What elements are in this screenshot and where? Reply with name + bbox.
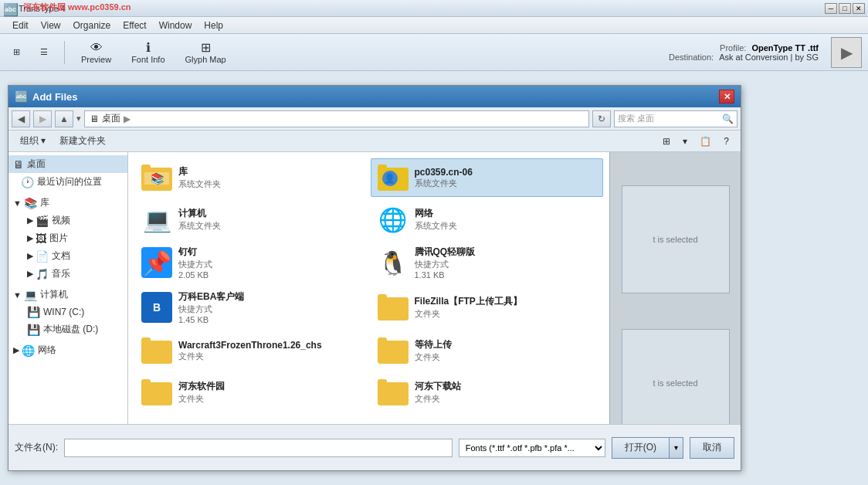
file-item-pc0359[interactable]: 👤 pc0359.cn-06 系统文件夹 (371, 158, 604, 197)
sidebar-item-document[interactable]: ▶ 📄 文档 (8, 247, 127, 265)
add-files-dialog: 🔤 Add Files ✕ ◀ ▶ ▲ ▾ 🖥 桌面 ▶ ↻ 搜索 桌面 🔍 组… (8, 85, 741, 471)
sidebar-item-picture[interactable]: ▶ 🖼 图片 (8, 229, 127, 247)
preview-panel-button[interactable]: ? (718, 134, 734, 149)
desktop-icon: 🖥 (13, 158, 24, 171)
file-item-dingding[interactable]: 📌 钉钉 快捷方式 2.05 KB (134, 242, 368, 283)
menu-window[interactable]: Window (153, 19, 198, 32)
window-controls: ─ □ ✕ (825, 3, 865, 14)
file-info-hedong: 河东软件园 文件夹 (178, 380, 225, 405)
close-button[interactable]: ✕ (853, 3, 865, 14)
up-button[interactable]: ▲ (55, 110, 73, 127)
preview-label: Preview (81, 55, 111, 64)
file-item-waitupload[interactable]: 等待上传 文件夹 (371, 331, 604, 370)
bottom-preview-text: t is selected (653, 378, 697, 388)
open-button[interactable]: 打开(O) (612, 437, 670, 459)
cancel-button[interactable]: 取消 (690, 437, 734, 459)
menu-effect[interactable]: Effect (117, 19, 152, 32)
file-icon-hedong (141, 377, 172, 408)
file-item-hedong[interactable]: 河东软件园 文件夹 (134, 373, 368, 412)
sidebar-item-recent[interactable]: 🕐 最近访问的位置 (8, 173, 127, 191)
fontinfo-label: Font Info (131, 55, 164, 64)
file-icon-network: 🌐 (378, 204, 409, 235)
filename-input[interactable] (64, 439, 453, 457)
file-item-qq[interactable]: 🐧 腾讯QQ轻聊版 快捷方式 1.31 KB (371, 242, 604, 283)
file-item-ku[interactable]: 📚 库 系统文件夹 (134, 158, 368, 197)
sidebar-item-desktop[interactable]: 🖥 桌面 (8, 155, 127, 173)
grid-icon: ⊞ (13, 47, 20, 57)
breadcrumb: 🖥 桌面 ▶ (84, 110, 589, 127)
convert-button[interactable]: ▶ (831, 37, 862, 68)
sidebar-label-library: 库 (40, 196, 49, 209)
file-item-hedongdown[interactable]: 河东下载站 文件夹 (371, 373, 604, 412)
preview-button[interactable]: 👁 Preview (74, 37, 118, 68)
glyphmap-button[interactable]: ⊞ Glyph Map (178, 36, 233, 68)
list-view-button[interactable]: ☰ (33, 43, 55, 61)
file-item-wanke[interactable]: B 万科EBA客户端 快捷方式 1.45 KB (134, 287, 368, 328)
minimize-button[interactable]: ─ (825, 3, 837, 14)
file-icon-warcraft (141, 335, 172, 366)
expand-icon-doc: ▶ (27, 251, 33, 261)
organize-label: 组织 ▾ (20, 134, 46, 148)
file-item-filezilla[interactable]: FileZilla【FTP上传工具】 文件夹 (371, 287, 604, 328)
file-toolbar: 组织 ▾ 新建文件夹 ⊞ ▾ 📋 ? (8, 131, 741, 152)
folder-icon-small: 🖥 (90, 114, 99, 124)
eye-icon: 👁 (90, 41, 103, 55)
file-info-waitupload: 等待上传 文件夹 (415, 338, 452, 363)
dialog-title-icon: 🔤 (15, 90, 28, 103)
menu-view[interactable]: View (35, 19, 67, 32)
search-box[interactable]: 搜索 桌面 🔍 (614, 110, 737, 127)
sidebar-item-computer[interactable]: ▼ 💻 计算机 (8, 286, 127, 304)
sidebar-item-localdisk[interactable]: 💾 本地磁盘 (D:) (8, 321, 127, 338)
glyphmap-label: Glyph Map (185, 55, 226, 64)
sidebar-item-network[interactable]: ▶ 🌐 网络 (8, 341, 127, 359)
sidebar-item-win7[interactable]: 💾 WIN7 (C:) (8, 304, 127, 321)
search-placeholder: 搜索 桌面 (618, 113, 654, 124)
view-dropdown-button[interactable]: ▾ (677, 134, 693, 149)
address-bar: ◀ ▶ ▲ ▾ 🖥 桌面 ▶ ↻ 搜索 桌面 🔍 (8, 107, 741, 131)
library-icon: 📚 (24, 197, 37, 209)
file-item-network[interactable]: 🌐 网络 系统文件夹 (371, 200, 604, 239)
sidebar-label-computer: 计算机 (40, 288, 68, 301)
expand-icon-network: ▶ (13, 345, 19, 355)
fontinfo-button[interactable]: ℹ Font Info (124, 36, 171, 68)
file-info-dingding: 钉钉 快捷方式 2.05 KB (178, 246, 212, 280)
open-arrow-button[interactable]: ▾ (670, 437, 683, 459)
filename-label: 文件名(N): (15, 441, 58, 454)
maximize-button[interactable]: □ (839, 3, 851, 14)
sidebar-label-desktop: 桌面 (27, 158, 46, 171)
file-icon-ku: 📚 (141, 162, 172, 193)
info-icon: ℹ (146, 40, 151, 55)
dialog-close-button[interactable]: ✕ (719, 90, 734, 103)
organize-button[interactable]: 组织 ▾ (15, 132, 51, 150)
dialog-content: 🖥 桌面 🕐 最近访问的位置 ▼ 📚 库 ▶ 🎬 视频 ▶ 🖼 图片 (8, 152, 741, 470)
sidebar-label-recent: 最近访问的位置 (37, 175, 102, 188)
cancel-label: 取消 (703, 442, 721, 453)
menu-organize[interactable]: Organize (66, 19, 117, 32)
file-icon-filezilla (378, 292, 409, 323)
file-item-computer[interactable]: 💻 计算机 系统文件夹 (134, 200, 368, 239)
back-button[interactable]: ◀ (12, 110, 30, 127)
sidebar-label-picture: 图片 (49, 232, 68, 245)
profile-info: Profile: OpenType TT .ttf Destination: A… (669, 43, 819, 62)
expand-icon-video: ▶ (27, 215, 33, 226)
app-icon: 🔤 (3, 2, 15, 15)
new-folder-button[interactable]: 新建文件夹 (54, 132, 111, 150)
sidebar-item-library[interactable]: ▼ 📚 库 (8, 194, 127, 212)
file-info-warcraft: Warcraft3FrozenThrone1.26_chs 文件夹 (178, 340, 322, 362)
open-button-group: 打开(O) ▾ (612, 437, 683, 459)
file-item-warcraft[interactable]: Warcraft3FrozenThrone1.26_chs 文件夹 (134, 331, 368, 370)
menu-edit[interactable]: Edit (6, 19, 35, 32)
filetype-select[interactable]: Fonts (*.ttf *.otf *.pfb *.pfa *... (459, 439, 605, 457)
details-button[interactable]: 📋 (694, 134, 717, 149)
breadcrumb-path: 桌面 (102, 112, 120, 125)
menu-help[interactable]: Help (198, 19, 229, 32)
sidebar-item-music[interactable]: ▶ 🎵 音乐 (8, 265, 127, 283)
dialog-title: Add Files (32, 91, 78, 103)
view-icon-button[interactable]: ⊞ (657, 134, 676, 149)
grid-view-button[interactable]: ⊞ (6, 43, 27, 61)
sidebar-item-video[interactable]: ▶ 🎬 视频 (8, 212, 127, 229)
file-icon-computer: 💻 (141, 204, 172, 235)
refresh-button[interactable]: ↻ (592, 110, 611, 127)
forward-button[interactable]: ▶ (33, 110, 52, 127)
recent-icon: 🕐 (21, 176, 34, 188)
